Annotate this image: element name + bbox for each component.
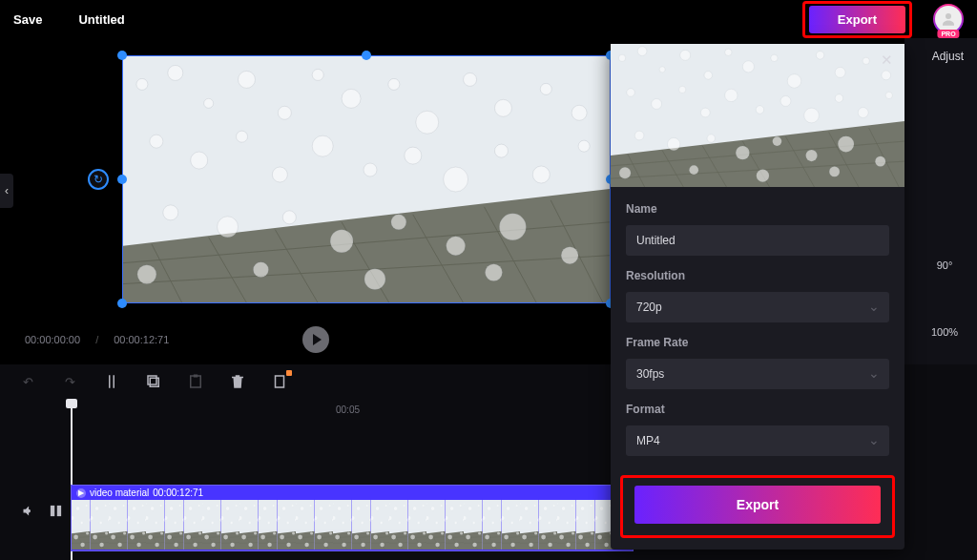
resolution-select[interactable]: 720p [626, 292, 889, 322]
total-duration: 00:00:12:71 [114, 334, 169, 345]
adjust-tab[interactable]: Adjust [932, 50, 964, 63]
mute-track-icon[interactable] [21, 504, 35, 522]
svg-point-47 [946, 13, 951, 19]
time-separator: / [95, 334, 98, 345]
clip-type-icon: ▶ [76, 488, 86, 498]
export-confirm-highlight: Export [620, 475, 895, 538]
clip-name: video material [90, 487, 149, 498]
resize-handle-bl[interactable] [117, 299, 127, 308]
format-select[interactable]: MP4 [626, 425, 889, 456]
user-icon [935, 6, 962, 32]
svg-rect-52 [276, 376, 284, 387]
export-preview [611, 44, 904, 187]
rotation-value: 90° [925, 259, 964, 271]
close-icon[interactable]: ✕ [876, 50, 897, 71]
track-view-icon[interactable] [49, 504, 63, 522]
resize-handle-tm[interactable] [362, 51, 371, 60]
copy-icon[interactable] [145, 373, 162, 390]
ruler-tick-5: 00:05 [336, 404, 360, 415]
export-button-top[interactable]: Export [809, 6, 905, 33]
svg-rect-48 [150, 378, 158, 386]
paste-icon[interactable] [187, 373, 204, 390]
preview-canvas[interactable] [122, 55, 611, 303]
name-label: Name [626, 202, 889, 216]
svg-rect-53 [51, 506, 54, 516]
svg-rect-51 [194, 375, 198, 378]
resize-handle-tl[interactable] [117, 51, 127, 60]
framerate-label: Frame Rate [626, 336, 889, 349]
clip-thumbnails [72, 500, 633, 550]
avatar[interactable]: PRO [933, 4, 964, 34]
playhead-time: 00:00:00:00 [25, 334, 80, 345]
svg-rect-50 [191, 376, 201, 387]
resize-handle-lm[interactable] [117, 175, 127, 184]
clip-duration: 00:00:12:71 [153, 487, 203, 498]
marker-icon[interactable] [271, 373, 288, 390]
format-label: Format [626, 403, 889, 416]
project-title[interactable]: Untitled [78, 12, 124, 27]
undo-icon[interactable]: ↶ [19, 373, 36, 390]
svg-rect-54 [57, 506, 61, 516]
save-link[interactable]: Save [13, 12, 42, 27]
zoom-value: 100% [925, 326, 964, 338]
export-confirm-button[interactable]: Export [634, 486, 881, 524]
delete-icon[interactable] [229, 373, 246, 390]
split-icon[interactable] [103, 373, 120, 390]
video-clip[interactable]: ▶ video material 00:00:12:71 [71, 485, 634, 551]
name-input[interactable]: Untitled [626, 225, 889, 256]
redo-icon[interactable]: ↷ [61, 373, 78, 390]
play-button[interactable] [302, 326, 329, 353]
svg-rect-49 [148, 376, 156, 384]
pro-badge: PRO [937, 30, 959, 38]
preview-content [122, 55, 611, 303]
resolution-label: Resolution [626, 269, 889, 282]
export-button-highlight: Export [802, 1, 912, 38]
rotate-handle[interactable] [88, 169, 109, 190]
export-panel: ✕ Name Untitled Resolution 720p Frame Ra… [611, 44, 904, 550]
framerate-select[interactable]: 30fps [626, 359, 889, 389]
